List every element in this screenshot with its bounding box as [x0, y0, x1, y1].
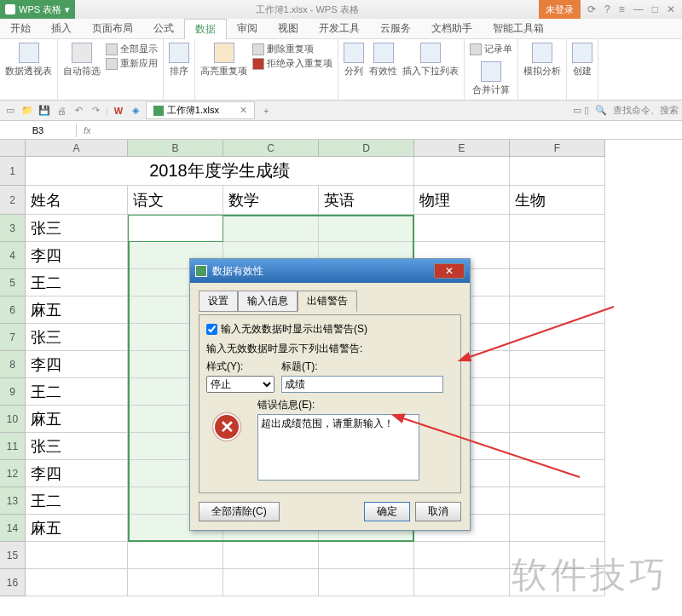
header-cell[interactable]: 语文	[128, 186, 223, 215]
options-icon[interactable]: ≡	[619, 3, 625, 15]
maximize-icon[interactable]: □	[652, 3, 658, 15]
name-cell[interactable]: 王二	[26, 378, 128, 406]
help-icon[interactable]: ?	[604, 3, 610, 15]
menu-page-layout[interactable]: 页面布局	[82, 19, 143, 38]
cell[interactable]	[510, 351, 605, 378]
menu-data[interactable]: 数据	[184, 19, 227, 39]
cell[interactable]	[510, 324, 605, 351]
record-form-button[interactable]: 记录单	[470, 43, 512, 55]
command-search[interactable]: ▭ ▯ 🔍 查找命令、搜索	[573, 104, 679, 117]
qat-redo-icon[interactable]: ↷	[89, 104, 102, 118]
row-header-8[interactable]: 8	[0, 351, 26, 378]
login-button[interactable]: 未登录	[539, 0, 581, 19]
insert-dropdown-button[interactable]: 插入下拉列表	[402, 43, 459, 78]
delete-dup-button[interactable]: 删除重复项	[252, 43, 332, 55]
cloud-icon[interactable]: ◈	[129, 104, 142, 118]
minimize-icon[interactable]: —	[633, 3, 644, 15]
cell[interactable]	[26, 569, 128, 596]
qat-new-icon[interactable]: ▭	[3, 104, 17, 118]
message-textarea[interactable]: 超出成绩范围，请重新输入！	[257, 414, 419, 481]
cell[interactable]	[223, 215, 319, 242]
name-cell[interactable]: 张三	[26, 433, 128, 460]
col-header-E[interactable]: E	[414, 140, 510, 157]
name-cell[interactable]: 麻五	[26, 406, 128, 433]
name-cell[interactable]: 李四	[26, 351, 128, 378]
document-tab[interactable]: 工作簿1.xlsx ✕	[146, 101, 255, 119]
col-header-A[interactable]: A	[26, 140, 128, 157]
autofilter-button[interactable]: 自动筛选	[63, 43, 101, 78]
cell[interactable]	[223, 569, 319, 596]
show-error-check-input[interactable]	[206, 324, 217, 335]
sync-icon[interactable]: ⟳	[587, 3, 596, 15]
cell[interactable]	[510, 542, 605, 569]
highlight-dup-button[interactable]: 高亮重复项	[200, 43, 247, 78]
text-to-columns-button[interactable]: 分列	[344, 43, 364, 78]
row-header-13[interactable]: 13	[0, 487, 26, 515]
cell[interactable]	[128, 542, 223, 569]
dialog-close-button[interactable]: ✕	[434, 263, 465, 279]
cancel-button[interactable]: 取消	[415, 502, 461, 521]
row-header-7[interactable]: 7	[0, 324, 26, 351]
pivot-table-button[interactable]: 数据透视表	[5, 43, 52, 78]
ok-button[interactable]: 确定	[364, 502, 410, 521]
cell[interactable]	[510, 378, 605, 406]
cell[interactable]	[414, 157, 510, 186]
cell[interactable]	[510, 269, 605, 296]
name-cell[interactable]: 张三	[26, 215, 128, 242]
name-cell[interactable]: 李四	[26, 242, 128, 269]
split-window-icon[interactable]: ▯	[584, 105, 589, 115]
clear-all-button[interactable]: 全部清除(C)	[199, 502, 280, 521]
row-header-16[interactable]: 16	[0, 569, 26, 596]
col-header-F[interactable]: F	[510, 140, 605, 157]
cell[interactable]	[510, 569, 605, 596]
cell[interactable]	[319, 542, 414, 569]
cell[interactable]	[128, 569, 223, 596]
name-cell[interactable]: 王二	[26, 487, 128, 515]
cell[interactable]	[26, 542, 128, 569]
add-tab-icon[interactable]: +	[263, 106, 269, 116]
cell[interactable]	[510, 242, 605, 269]
menu-formula[interactable]: 公式	[143, 19, 184, 38]
col-header-C[interactable]: C	[223, 140, 319, 157]
cell[interactable]	[510, 157, 605, 186]
qat-save-icon[interactable]: 💾	[38, 104, 51, 118]
sort-button[interactable]: 排序	[169, 43, 189, 78]
menu-cloud[interactable]: 云服务	[370, 19, 421, 38]
tab-settings[interactable]: 设置	[199, 291, 238, 312]
validity-button[interactable]: 有效性	[369, 43, 397, 78]
row-header-3[interactable]: 3	[0, 215, 26, 242]
col-header-B[interactable]: B	[128, 140, 223, 157]
row-header-10[interactable]: 10	[0, 406, 26, 433]
title-cell[interactable]: 2018年度学生成绩	[26, 157, 414, 186]
menu-review[interactable]: 审阅	[227, 19, 268, 38]
row-header-5[interactable]: 5	[0, 269, 26, 296]
menu-start[interactable]: 开始	[0, 19, 41, 38]
select-all-corner[interactable]	[0, 140, 26, 157]
reapply-button[interactable]: 重新应用	[106, 57, 158, 70]
row-header-15[interactable]: 15	[0, 542, 26, 569]
name-cell[interactable]: 张三	[26, 324, 128, 351]
collapse-icon[interactable]: ▭	[573, 105, 581, 115]
name-cell[interactable]: 麻五	[26, 515, 128, 542]
row-header-11[interactable]: 11	[0, 433, 26, 460]
menu-dev-tools[interactable]: 开发工具	[309, 19, 370, 38]
title-input[interactable]	[281, 376, 443, 393]
menu-insert[interactable]: 插入	[41, 19, 82, 38]
row-header-9[interactable]: 9	[0, 378, 26, 406]
cell[interactable]	[319, 215, 414, 242]
fx-label[interactable]: fx	[77, 125, 98, 135]
header-cell[interactable]: 物理	[414, 186, 510, 215]
cell[interactable]	[510, 433, 605, 460]
reject-dup-button[interactable]: 拒绝录入重复项	[252, 57, 332, 70]
wps-logo-icon[interactable]: W	[112, 104, 125, 118]
row-header-14[interactable]: 14	[0, 515, 26, 542]
cell[interactable]	[414, 542, 510, 569]
close-icon[interactable]: ✕	[667, 3, 675, 15]
style-select[interactable]: 停止	[206, 376, 275, 393]
app-dropdown-icon[interactable]: ▾	[65, 4, 70, 15]
row-header-4[interactable]: 4	[0, 242, 26, 269]
tab-error-alert[interactable]: 出错警告	[298, 291, 357, 312]
cell[interactable]	[510, 515, 605, 542]
cell[interactable]	[510, 406, 605, 433]
header-cell[interactable]: 英语	[319, 186, 414, 215]
